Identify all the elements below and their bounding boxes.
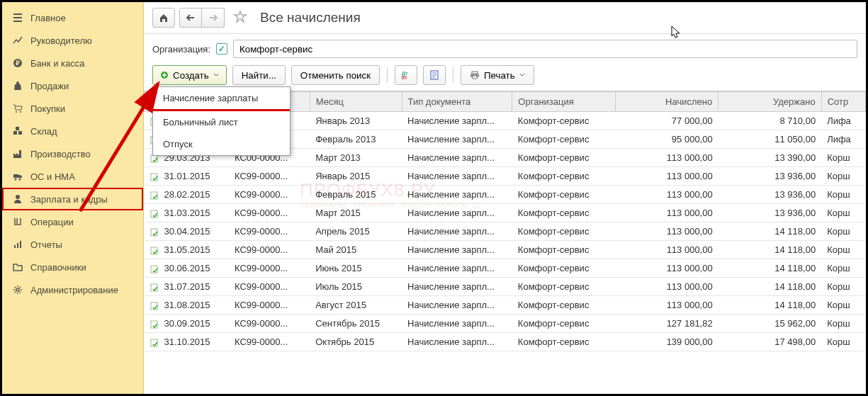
sidebar-item-label: Отчеты xyxy=(30,239,62,250)
sidebar-item-label: Операции xyxy=(30,217,74,227)
table-row[interactable]: 31.03.2015КС99-0000...Март 2015Начислени… xyxy=(145,204,866,222)
filter-label: Организация: xyxy=(152,44,210,55)
sidebar-item-manager[interactable]: Руководителю xyxy=(2,29,143,52)
th-accrued[interactable]: Начислено xyxy=(615,92,718,112)
sidebar: Главное Руководителю ₽ Банк и касса Прод… xyxy=(2,2,144,394)
sidebar-item-label: Покупки xyxy=(30,103,65,114)
sidebar-item-assets[interactable]: ОС и НМА xyxy=(2,165,143,188)
svg-rect-19 xyxy=(472,72,478,74)
dd-item-vacation[interactable]: Отпуск xyxy=(153,133,290,155)
sidebar-item-purchases[interactable]: Покупки xyxy=(2,97,143,120)
doc-posted-icon xyxy=(150,320,160,329)
truck-icon xyxy=(12,171,23,182)
journal-icon xyxy=(12,216,23,227)
th-doctype[interactable]: Тип документа xyxy=(402,92,512,112)
sidebar-item-label: Производство xyxy=(30,149,91,159)
dd-item-sickleave[interactable]: Больничный лист xyxy=(153,111,290,133)
sidebar-item-production[interactable]: Производство xyxy=(2,142,143,165)
doc-posted-icon xyxy=(150,339,160,347)
table-row[interactable]: 30.04.2015КС99-0000...Апрель 2015Начисле… xyxy=(145,222,866,241)
print-button[interactable]: Печать xyxy=(461,65,534,85)
gear-icon xyxy=(12,284,23,295)
sidebar-item-label: Главное xyxy=(30,13,66,23)
cart-icon xyxy=(12,103,23,114)
table-row[interactable]: 31.10.2015КС99-0000...Октябрь 2015Начисл… xyxy=(145,333,866,351)
find-button[interactable]: Найти... xyxy=(232,65,286,85)
nav-back-button[interactable] xyxy=(179,8,202,28)
sidebar-item-warehouse[interactable]: Склад xyxy=(2,120,143,142)
svg-text:₽: ₽ xyxy=(16,60,20,67)
svg-rect-6 xyxy=(16,127,19,130)
svg-point-9 xyxy=(19,179,21,181)
boxes-icon xyxy=(12,125,23,137)
nav-forward-button[interactable] xyxy=(202,8,225,28)
sidebar-item-bank[interactable]: ₽ Банк и касса xyxy=(2,52,143,74)
th-month[interactable]: Месяц xyxy=(310,92,402,112)
factory-icon xyxy=(12,148,23,159)
action-toolbar: Создать Найти... Отменить поиск ДтКт Печ… xyxy=(144,62,866,91)
svg-rect-5 xyxy=(18,131,22,135)
doc-button[interactable] xyxy=(423,65,446,85)
svg-point-8 xyxy=(15,179,17,181)
main-area: Все начисления Организация: ✓ Создать На… xyxy=(144,2,866,394)
page-title: Все начисления xyxy=(260,10,361,26)
sidebar-item-label: Склад xyxy=(30,126,57,137)
doc-posted-icon xyxy=(150,228,160,237)
create-button[interactable]: Создать xyxy=(152,65,227,85)
table-row[interactable]: 28.02.2015КС99-0000...Февраль 2015Начисл… xyxy=(145,186,866,204)
create-label: Создать xyxy=(173,70,209,81)
sidebar-item-label: Справочники xyxy=(30,262,86,273)
dd-item-payroll[interactable]: Начисление зарплаты xyxy=(153,87,290,111)
chevron-down-icon xyxy=(519,73,525,77)
sidebar-item-label: Зарплата и кадры xyxy=(30,194,108,205)
table-row[interactable]: 31.05.2015КС99-0000...Май 2015Начисление… xyxy=(145,241,866,259)
dk-button[interactable]: ДтКт xyxy=(395,65,417,85)
sidebar-item-label: Руководителю xyxy=(30,35,92,46)
doc-posted-icon xyxy=(150,265,160,273)
doc-posted-icon xyxy=(150,210,160,218)
svg-rect-4 xyxy=(13,131,17,135)
sidebar-item-label: ОС и НМА xyxy=(30,171,75,182)
favorite-button[interactable] xyxy=(229,10,252,26)
table-row[interactable]: 30.09.2015КС99-0000...Сентябрь 2015Начис… xyxy=(145,315,866,333)
sidebar-item-operations[interactable]: Операции xyxy=(2,210,143,233)
sidebar-item-reports[interactable]: Отчеты xyxy=(2,233,143,256)
sidebar-item-label: Банк и касса xyxy=(30,58,85,69)
chart-icon xyxy=(12,239,23,250)
doc-posted-icon xyxy=(150,191,160,200)
sidebar-item-sales[interactable]: Продажи xyxy=(2,74,143,97)
divider xyxy=(387,67,388,83)
doc-posted-icon xyxy=(150,173,160,181)
svg-rect-7 xyxy=(13,174,18,178)
svg-rect-12 xyxy=(17,243,18,248)
printer-icon xyxy=(470,71,480,79)
top-toolbar: Все начисления xyxy=(144,2,866,34)
th-org[interactable]: Организация xyxy=(512,92,615,112)
th-withheld[interactable]: Удержано xyxy=(718,92,821,112)
table-row[interactable]: 31.07.2015КС99-0000...Июль 2015Начислени… xyxy=(145,278,866,296)
sidebar-item-salary[interactable]: Зарплата и кадры xyxy=(2,188,143,210)
cancel-search-button[interactable]: Отменить поиск xyxy=(291,65,380,85)
svg-rect-11 xyxy=(14,245,16,248)
doc-posted-icon xyxy=(150,283,160,292)
sidebar-item-directories[interactable]: Справочники xyxy=(2,256,143,278)
doc-posted-icon xyxy=(150,247,160,255)
table-row[interactable]: 31.01.2015КС99-0000...Январь 2015Начисле… xyxy=(145,167,866,186)
person-icon xyxy=(12,193,23,205)
sidebar-item-admin[interactable]: Администрирование xyxy=(2,278,143,301)
svg-rect-21 xyxy=(473,76,477,79)
plus-icon xyxy=(160,71,169,79)
table-row[interactable]: 31.08.2015КС99-0000...Август 2015Начисле… xyxy=(145,296,866,315)
home-button[interactable] xyxy=(152,8,175,28)
trend-icon xyxy=(12,35,23,46)
svg-point-10 xyxy=(16,195,20,199)
sidebar-item-main[interactable]: Главное xyxy=(2,6,143,29)
table-row[interactable]: 30.06.2015КС99-0000...Июнь 2015Начислени… xyxy=(145,259,866,278)
sidebar-item-label: Продажи xyxy=(30,81,69,91)
filter-checkbox[interactable]: ✓ xyxy=(216,43,227,55)
folder-icon xyxy=(12,261,23,273)
filter-row: Организация: ✓ xyxy=(144,34,866,62)
create-dropdown: Начисление зарплаты Больничный лист Отпу… xyxy=(152,86,291,156)
th-employee[interactable]: Сотр xyxy=(821,92,865,112)
organization-input[interactable] xyxy=(233,40,857,58)
